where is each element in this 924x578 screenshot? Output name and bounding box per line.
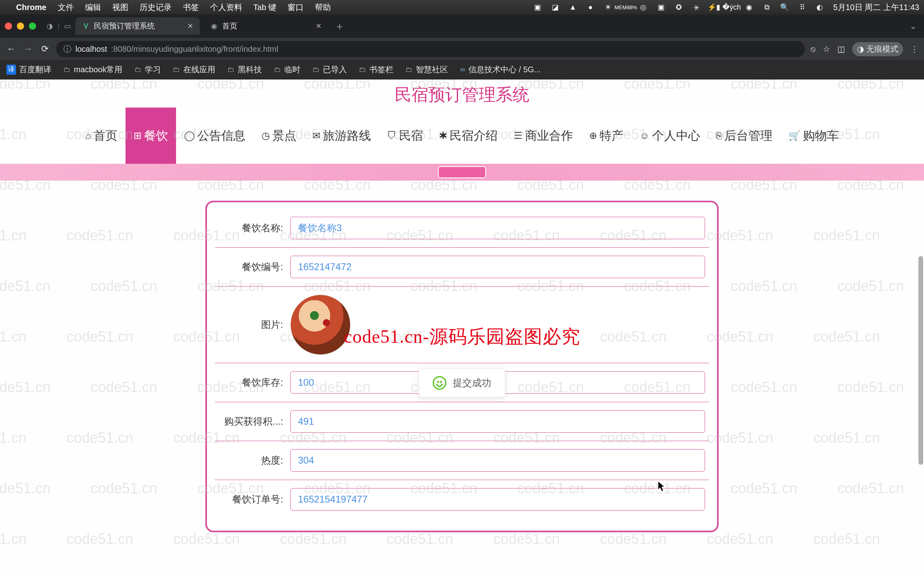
bookmark-label: 黑科技	[238, 64, 262, 75]
bookmark-label: 信息技术中心 / 5G...	[468, 64, 541, 75]
bookmark-star-icon[interactable]: ☆	[823, 44, 830, 54]
bookmark-folder[interactable]: 🗀学习	[134, 64, 161, 75]
chrome-tab-strip: ◑ | ▭ V 民宿预订管理系统 ✕ ◉ 首页 ✕ ＋ ⌄	[0, 14, 924, 38]
incognito-badge[interactable]: ◑ 无痕模式	[852, 42, 903, 56]
menu-help[interactable]: 帮助	[315, 2, 331, 13]
nav-notice[interactable]: ◯公告信息	[176, 108, 253, 164]
page-content: code51.cncode51.cncode51.cncode51.cncode…	[0, 79, 924, 578]
address-bar[interactable]: ⓘ localhost:8080/minsuyudingguanlixitong…	[56, 41, 805, 57]
nav-food[interactable]: ⊞餐饮	[126, 108, 176, 164]
side-panel-icon[interactable]: ◫	[837, 44, 845, 54]
close-window-button[interactable]	[5, 22, 12, 30]
battery-icon[interactable]: ⚡▮	[709, 3, 718, 12]
bookmark-label: 百度翻译	[19, 64, 51, 75]
bookmark-folder[interactable]: 🗀黑科技	[227, 64, 262, 75]
nav-spot[interactable]: ◷景点	[253, 108, 304, 164]
site-info-icon[interactable]: ⓘ	[63, 44, 71, 55]
tray-icon[interactable]: ▲	[568, 3, 577, 12]
menu-edit[interactable]: 编辑	[85, 2, 101, 13]
siri-icon[interactable]: ◐	[815, 3, 824, 12]
star-icon: ✱	[439, 130, 447, 141]
menu-bookmarks[interactable]: 书签	[183, 2, 199, 13]
row-order-no: 餐饮订单号:	[215, 480, 709, 519]
bluetooth-icon[interactable]: ⚹	[692, 3, 701, 12]
tray-icon[interactable]: ▣	[657, 3, 665, 12]
tray-icon[interactable]: ✪	[674, 3, 683, 12]
clock-icon: ◷	[261, 130, 270, 141]
bookmark-label: macbook常用	[74, 64, 122, 75]
browser-tab-active[interactable]: V 民宿预订管理系统 ✕	[75, 17, 200, 35]
tray-icon[interactable]: ⧉	[762, 3, 771, 12]
memory-indicator[interactable]: MEM88%	[621, 3, 630, 12]
menu-tab[interactable]: Tab 键	[253, 2, 277, 13]
nav-home[interactable]: ⌂首页	[77, 108, 126, 164]
forward-button[interactable]: →	[22, 44, 34, 54]
browser-tab[interactable]: ◉ 首页 ✕	[204, 17, 328, 35]
tray-icon[interactable]: ◎	[639, 3, 648, 12]
control-center-icon[interactable]: ⠿	[798, 3, 806, 12]
row-image: 图片:	[215, 287, 709, 363]
nav-label: 民宿	[399, 128, 423, 144]
bookmark-folder[interactable]: 🗀书签栏	[359, 64, 393, 75]
reload-button[interactable]: ⟳	[39, 44, 51, 54]
nav-profile[interactable]: ☺个人中心	[632, 108, 708, 164]
window-controls	[5, 22, 36, 30]
menu-window[interactable]: 窗口	[288, 2, 304, 13]
spotlight-icon[interactable]: 🔍	[780, 3, 789, 12]
menu-view[interactable]: 视图	[112, 2, 128, 13]
tray-icon[interactable]: ☀	[604, 3, 612, 12]
home-icon: ⌂	[85, 130, 91, 141]
bookmark-folder[interactable]: 🗀已导入	[312, 64, 347, 75]
close-tab-icon[interactable]: ✕	[187, 22, 193, 31]
tray-icon[interactable]: ◪	[551, 3, 559, 12]
menu-profile[interactable]: 个人资料	[210, 2, 242, 13]
tray-icon[interactable]: ▣	[533, 3, 542, 12]
tray-icon[interactable]: ●	[586, 3, 595, 12]
food-image-thumbnail[interactable]	[290, 295, 351, 355]
chrome-window: ◑ | ▭ V 民宿预订管理系统 ✕ ◉ 首页 ✕ ＋ ⌄ ← → ⟳ ⓘ lo…	[0, 14, 924, 79]
bookmark-folder[interactable]: 🗀智慧社区	[405, 64, 448, 75]
bookmark-item[interactable]: ∞信息技术中心 / 5G...	[460, 64, 541, 75]
input-food-code[interactable]	[290, 256, 705, 278]
maximize-window-button[interactable]	[29, 22, 36, 30]
scrollbar-thumb[interactable]	[918, 256, 923, 465]
menubar-clock[interactable]: 5月10日 周二 上午11:43	[833, 2, 919, 13]
input-order-no[interactable]	[290, 488, 705, 511]
search-box-widget[interactable]	[438, 166, 486, 178]
wifi-icon[interactable]: �ých	[727, 3, 736, 12]
input-food-name[interactable]	[290, 217, 705, 239]
food-icon: ⊞	[134, 130, 142, 141]
tab-list-icon[interactable]: ▭	[63, 22, 71, 30]
eye-off-icon[interactable]: ⦸	[811, 45, 816, 54]
menu-file[interactable]: 文件	[58, 2, 74, 13]
cart-icon: 🛒	[788, 130, 800, 141]
nav-homestay[interactable]: ⛉民宿	[379, 108, 431, 164]
nav-route[interactable]: ✉旅游路线	[304, 108, 379, 164]
nav-business[interactable]: ☰商业合作	[506, 108, 581, 164]
tray-icon[interactable]: ◉	[745, 3, 754, 12]
nav-admin[interactable]: ⎘后台管理	[708, 108, 780, 164]
menu-history[interactable]: 历史记录	[140, 2, 172, 13]
close-tab-icon[interactable]: ✕	[316, 22, 322, 31]
bookmark-label: 在线应用	[183, 64, 215, 75]
vertical-scrollbar[interactable]	[918, 104, 923, 570]
tabs-dropdown-icon[interactable]: ⌄	[910, 21, 917, 31]
site-title: 民宿预订管理系统	[0, 79, 924, 108]
minimize-window-button[interactable]	[17, 22, 24, 30]
back-button[interactable]: ←	[6, 44, 17, 54]
new-tab-button[interactable]: ＋	[332, 19, 347, 33]
input-points[interactable]	[290, 410, 705, 433]
menubar-app-name[interactable]: Chrome	[16, 3, 47, 12]
input-heat[interactable]	[290, 449, 705, 472]
folder-icon: 🗀	[63, 65, 71, 74]
bookmark-item[interactable]: 译百度翻译	[6, 64, 51, 75]
bookmark-folder[interactable]: 🗀macbook常用	[63, 64, 122, 75]
nav-specialty[interactable]: ⊕特产	[581, 108, 632, 164]
nav-intro[interactable]: ✱民宿介绍	[431, 108, 506, 164]
nav-label: 民宿介绍	[450, 128, 498, 144]
nav-cart[interactable]: 🛒购物车	[780, 108, 847, 164]
bookmark-folder[interactable]: 🗀在线应用	[173, 64, 215, 75]
kebab-menu-icon[interactable]: ⋮	[910, 44, 918, 54]
incognito-icon: ◑	[857, 44, 864, 54]
bookmark-folder[interactable]: 🗀临时	[274, 64, 300, 75]
